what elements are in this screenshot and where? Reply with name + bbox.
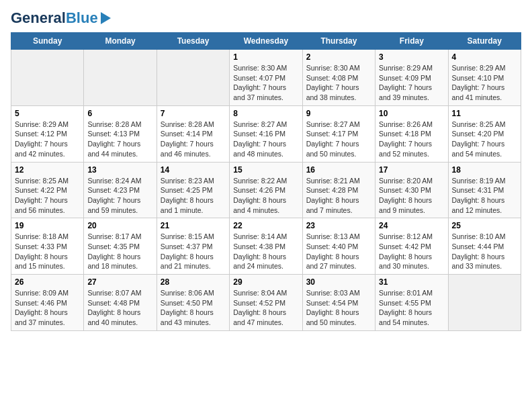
calendar-cell: 19Sunrise: 8:18 AM Sunset: 4:33 PM Dayli…	[11, 218, 84, 275]
day-info: Sunrise: 8:25 AM Sunset: 4:22 PM Dayligh…	[15, 176, 80, 216]
calendar-cell: 20Sunrise: 8:17 AM Sunset: 4:35 PM Dayli…	[84, 218, 157, 275]
day-number: 17	[379, 165, 444, 175]
day-info: Sunrise: 8:27 AM Sunset: 4:16 PM Dayligh…	[233, 120, 298, 159]
day-info: Sunrise: 8:29 AM Sunset: 4:09 PM Dayligh…	[379, 63, 444, 103]
calendar-cell: 28Sunrise: 8:06 AM Sunset: 4:50 PM Dayli…	[157, 275, 229, 331]
logo: GeneralBlue	[11, 11, 111, 26]
calendar-week-row: 12Sunrise: 8:25 AM Sunset: 4:22 PM Dayli…	[11, 162, 521, 218]
calendar-table: SundayMondayTuesdayWednesdayThursdayFrid…	[11, 32, 521, 331]
day-info: Sunrise: 8:14 AM Sunset: 4:38 PM Dayligh…	[233, 232, 298, 271]
calendar-cell: 4Sunrise: 8:29 AM Sunset: 4:10 PM Daylig…	[448, 50, 521, 106]
day-header-monday: Monday	[84, 33, 157, 50]
day-number: 22	[233, 221, 298, 230]
day-header-friday: Friday	[375, 33, 448, 50]
day-info: Sunrise: 8:20 AM Sunset: 4:30 PM Dayligh…	[379, 176, 444, 216]
calendar-week-row: 26Sunrise: 8:09 AM Sunset: 4:46 PM Dayli…	[11, 275, 521, 331]
day-number: 26	[15, 277, 80, 287]
calendar-cell: 17Sunrise: 8:20 AM Sunset: 4:30 PM Dayli…	[375, 162, 448, 218]
day-number: 6	[87, 109, 152, 118]
day-number: 31	[379, 277, 444, 287]
calendar-cell	[157, 50, 229, 106]
day-info: Sunrise: 8:29 AM Sunset: 4:12 PM Dayligh…	[15, 120, 80, 159]
page-header: GeneralBlue	[11, 11, 521, 26]
day-number: 1	[233, 52, 298, 62]
day-info: Sunrise: 8:01 AM Sunset: 4:55 PM Dayligh…	[379, 288, 444, 328]
calendar-cell: 9Sunrise: 8:27 AM Sunset: 4:17 PM Daylig…	[302, 105, 375, 162]
day-number: 15	[233, 165, 298, 175]
calendar-header-row: SundayMondayTuesdayWednesdayThursdayFrid…	[11, 33, 521, 50]
day-number: 7	[161, 109, 226, 118]
calendar-cell: 8Sunrise: 8:27 AM Sunset: 4:16 PM Daylig…	[230, 105, 302, 162]
logo-text: GeneralBlue	[11, 11, 98, 26]
day-info: Sunrise: 8:21 AM Sunset: 4:28 PM Dayligh…	[306, 176, 371, 216]
calendar-cell: 5Sunrise: 8:29 AM Sunset: 4:12 PM Daylig…	[11, 105, 84, 162]
day-info: Sunrise: 8:28 AM Sunset: 4:13 PM Dayligh…	[87, 120, 152, 159]
day-number: 18	[452, 165, 517, 175]
calendar-cell: 24Sunrise: 8:12 AM Sunset: 4:42 PM Dayli…	[375, 218, 448, 275]
day-number: 30	[306, 277, 371, 287]
calendar-cell: 25Sunrise: 8:10 AM Sunset: 4:44 PM Dayli…	[448, 218, 521, 275]
day-info: Sunrise: 8:17 AM Sunset: 4:35 PM Dayligh…	[87, 232, 152, 271]
calendar-cell: 1Sunrise: 8:30 AM Sunset: 4:07 PM Daylig…	[230, 50, 302, 106]
day-header-saturday: Saturday	[448, 33, 521, 50]
calendar-cell: 18Sunrise: 8:19 AM Sunset: 4:31 PM Dayli…	[448, 162, 521, 218]
logo-arrow-icon	[101, 12, 111, 24]
day-number: 5	[15, 109, 80, 118]
calendar-cell: 13Sunrise: 8:24 AM Sunset: 4:23 PM Dayli…	[84, 162, 157, 218]
day-number: 25	[452, 221, 517, 230]
day-number: 8	[233, 109, 298, 118]
day-info: Sunrise: 8:19 AM Sunset: 4:31 PM Dayligh…	[452, 176, 517, 216]
day-info: Sunrise: 8:15 AM Sunset: 4:37 PM Dayligh…	[161, 232, 226, 271]
day-number: 13	[87, 165, 152, 175]
calendar-cell: 7Sunrise: 8:28 AM Sunset: 4:14 PM Daylig…	[157, 105, 229, 162]
day-header-wednesday: Wednesday	[230, 33, 302, 50]
day-number: 21	[161, 221, 226, 230]
calendar-cell	[448, 275, 521, 331]
day-number: 3	[379, 52, 444, 62]
day-info: Sunrise: 8:12 AM Sunset: 4:42 PM Dayligh…	[379, 232, 444, 271]
day-number: 2	[306, 52, 371, 62]
calendar-week-row: 5Sunrise: 8:29 AM Sunset: 4:12 PM Daylig…	[11, 105, 521, 162]
day-number: 11	[452, 109, 517, 118]
day-info: Sunrise: 8:22 AM Sunset: 4:26 PM Dayligh…	[233, 176, 298, 216]
day-info: Sunrise: 8:23 AM Sunset: 4:25 PM Dayligh…	[161, 176, 226, 216]
calendar-cell: 31Sunrise: 8:01 AM Sunset: 4:55 PM Dayli…	[375, 275, 448, 331]
calendar-cell: 2Sunrise: 8:30 AM Sunset: 4:08 PM Daylig…	[302, 50, 375, 106]
day-number: 28	[161, 277, 226, 287]
day-info: Sunrise: 8:03 AM Sunset: 4:54 PM Dayligh…	[306, 288, 371, 328]
day-number: 12	[15, 165, 80, 175]
day-info: Sunrise: 8:18 AM Sunset: 4:33 PM Dayligh…	[15, 232, 80, 271]
day-number: 19	[15, 221, 80, 230]
day-header-tuesday: Tuesday	[157, 33, 229, 50]
day-info: Sunrise: 8:06 AM Sunset: 4:50 PM Dayligh…	[161, 288, 226, 328]
calendar-cell: 6Sunrise: 8:28 AM Sunset: 4:13 PM Daylig…	[84, 105, 157, 162]
calendar-cell	[84, 50, 157, 106]
day-number: 24	[379, 221, 444, 230]
day-number: 23	[306, 221, 371, 230]
day-info: Sunrise: 8:30 AM Sunset: 4:07 PM Dayligh…	[233, 63, 298, 103]
day-number: 20	[87, 221, 152, 230]
calendar-cell: 16Sunrise: 8:21 AM Sunset: 4:28 PM Dayli…	[302, 162, 375, 218]
day-info: Sunrise: 8:07 AM Sunset: 4:48 PM Dayligh…	[87, 288, 152, 328]
day-header-thursday: Thursday	[302, 33, 375, 50]
day-number: 9	[306, 109, 371, 118]
day-info: Sunrise: 8:24 AM Sunset: 4:23 PM Dayligh…	[87, 176, 152, 216]
calendar-cell: 12Sunrise: 8:25 AM Sunset: 4:22 PM Dayli…	[11, 162, 84, 218]
calendar-cell: 10Sunrise: 8:26 AM Sunset: 4:18 PM Dayli…	[375, 105, 448, 162]
day-number: 10	[379, 109, 444, 118]
calendar-cell: 30Sunrise: 8:03 AM Sunset: 4:54 PM Dayli…	[302, 275, 375, 331]
calendar-cell: 23Sunrise: 8:13 AM Sunset: 4:40 PM Dayli…	[302, 218, 375, 275]
day-info: Sunrise: 8:26 AM Sunset: 4:18 PM Dayligh…	[379, 120, 444, 159]
calendar-cell: 21Sunrise: 8:15 AM Sunset: 4:37 PM Dayli…	[157, 218, 229, 275]
day-info: Sunrise: 8:27 AM Sunset: 4:17 PM Dayligh…	[306, 120, 371, 159]
day-info: Sunrise: 8:04 AM Sunset: 4:52 PM Dayligh…	[233, 288, 298, 328]
day-info: Sunrise: 8:10 AM Sunset: 4:44 PM Dayligh…	[452, 232, 517, 271]
day-info: Sunrise: 8:09 AM Sunset: 4:46 PM Dayligh…	[15, 288, 80, 328]
calendar-cell: 29Sunrise: 8:04 AM Sunset: 4:52 PM Dayli…	[230, 275, 302, 331]
calendar-cell: 11Sunrise: 8:25 AM Sunset: 4:20 PM Dayli…	[448, 105, 521, 162]
calendar-cell: 15Sunrise: 8:22 AM Sunset: 4:26 PM Dayli…	[230, 162, 302, 218]
day-header-sunday: Sunday	[11, 33, 84, 50]
day-info: Sunrise: 8:30 AM Sunset: 4:08 PM Dayligh…	[306, 63, 371, 103]
day-info: Sunrise: 8:28 AM Sunset: 4:14 PM Dayligh…	[161, 120, 226, 159]
day-number: 16	[306, 165, 371, 175]
